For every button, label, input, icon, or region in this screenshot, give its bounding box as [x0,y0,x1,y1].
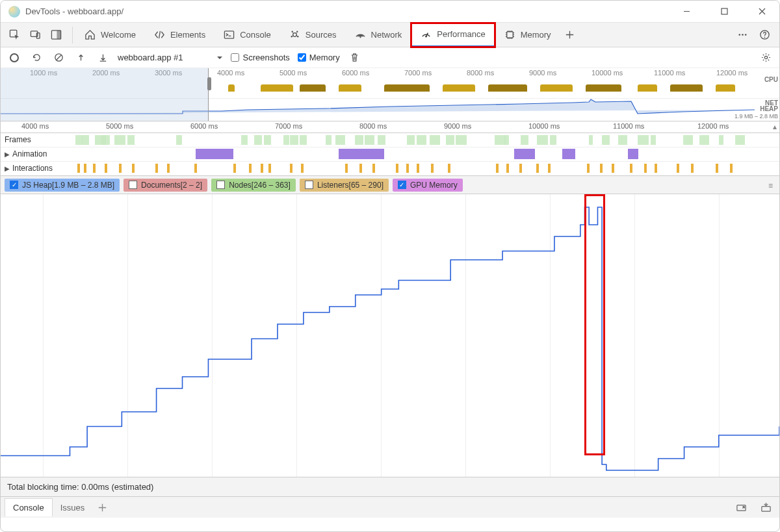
overview-unselected-left[interactable] [1,68,209,121]
ruler-collapse-icon[interactable]: ▴ [773,122,777,131]
tab-welcome-label: Welcome [101,30,136,40]
interactions-track-label: Interactions [12,164,53,173]
profile-selector-label: webboard.app #1 [118,53,183,62]
overview-tick: 8000 ms [467,69,494,77]
window-close-button[interactable] [752,2,772,21]
drawer-tab-console[interactable]: Console [5,498,53,516]
overview-tick: 4000 ms [217,69,244,77]
profile-selector[interactable]: webboard.app #1 [118,53,223,62]
add-tab-button[interactable] [560,25,580,45]
tab-elements-label: Elements [170,30,205,40]
overview-heap-range: 1.9 MB – 2.8 MB [734,113,778,120]
capture-settings-icon[interactable] [759,51,773,65]
window-minimize-button[interactable] [677,2,696,21]
svg-point-13 [426,36,427,37]
legend-js-heap-label: JS Heap[1.9 MB – 2.8 MB] [22,181,114,190]
animation-track[interactable]: ▶Animation [1,147,779,162]
upload-profile-button[interactable] [73,51,88,65]
svg-point-10 [291,36,292,37]
legend-gpu-memory[interactable]: GPU Memory [393,179,463,192]
svg-rect-6 [225,31,234,38]
tab-performance[interactable]: Performance [411,23,495,47]
svg-point-15 [738,34,740,36]
legend-documents-label: Documents[2 – 2] [141,181,202,190]
summary-bar: Total blocking time: 0.00ms (estimated) [1,477,779,497]
overview-tick: 5000 ms [280,69,307,77]
chevron-down-icon [216,56,223,60]
tab-sources[interactable]: Sources [280,23,346,47]
download-profile-button[interactable] [96,51,110,65]
animation-track-label: Animation [12,149,47,158]
drawer-tab-console-label: Console [13,503,44,513]
svg-point-12 [359,36,361,38]
legend-listeners-label: Listeners[65 – 290] [317,181,384,190]
frames-track[interactable]: Frames document.write([115,125,145,155,1… [1,133,779,147]
overview-tick: 11000 ms [654,69,685,77]
ruler-tick: 8000 ms [359,122,387,130]
delete-profile-button[interactable] [348,51,362,65]
tab-console-label: Console [240,30,271,40]
more-options-icon[interactable] [733,25,752,45]
svg-rect-14 [506,32,512,38]
svg-point-19 [764,36,765,38]
drawer-tab-issues[interactable]: Issues [53,499,93,516]
overview-tick: 10000 ms [592,69,623,77]
legend-nodes[interactable]: Nodes[246 – 363] [211,179,296,192]
memory-chart[interactable]: document.write([65,195,325,455,585,715,8… [1,194,779,477]
tab-memory[interactable]: Memory [495,23,560,47]
tab-performance-label: Performance [437,29,485,39]
dock-side-icon[interactable] [46,25,66,45]
legend-gpu-memory-label: GPU Memory [410,181,458,190]
reload-record-button[interactable] [29,51,44,65]
window-title: DevTools - webboard.app/ [25,6,124,16]
memory-checkbox[interactable]: Memory [298,53,340,62]
screenshots-checkbox[interactable]: Screenshots [231,53,289,62]
title-bar: DevTools - webboard.app/ [1,1,779,23]
overview-tick: 7000 ms [404,69,432,77]
svg-point-8 [291,31,292,32]
flamechart-ruler[interactable]: 4000 ms5000 ms6000 ms7000 ms8000 ms9000 … [1,121,779,133]
clear-button[interactable] [51,51,66,65]
tab-sources-label: Sources [306,30,337,40]
overview-heap-label: HEAP [760,105,778,112]
overview-tick: 12000 ms [716,69,748,77]
tab-network[interactable]: Network [346,23,411,47]
ruler-tick: 5000 ms [106,122,133,130]
overview-cpu-label: CPU [764,76,778,83]
drawer-close-icon[interactable] [756,497,775,518]
frames-trackигрaph-label: Frames [5,135,31,144]
ruler-tick: 6000 ms [190,122,218,130]
memory-checkbox-label: Memory [309,53,340,62]
tab-welcome[interactable]: Welcome [75,23,145,47]
ruler-tick: 9000 ms [444,122,471,130]
legend-documents[interactable]: Documents[2 – 2] [124,179,207,192]
overview-handle-left[interactable] [207,77,211,90]
inspect-element-icon[interactable] [5,25,24,45]
timeline-overview[interactable]: 1000 ms2000 ms3000 ms4000 ms5000 ms6000 … [1,68,779,121]
device-toolbar-icon[interactable] [25,25,45,45]
svg-rect-5 [57,31,60,39]
window-maximize-button[interactable] [714,2,734,21]
total-blocking-time-label: Total blocking time: 0.00ms (estimated) [7,482,153,492]
legend-listeners[interactable]: Listeners[65 – 290] [300,179,389,192]
drawer-expand-icon[interactable] [731,497,751,518]
svg-rect-23 [761,506,770,511]
svg-point-16 [742,34,744,36]
memory-counter-legend: JS Heap[1.9 MB – 2.8 MB] Documents[2 – 2… [1,176,779,194]
interactions-track[interactable]: ▶Interactions document.write([118,128,14… [1,162,779,176]
drawer-add-tab-button[interactable] [92,497,112,518]
ruler-tick: 7000 ms [275,122,302,130]
help-icon[interactable] [755,25,774,45]
ruler-tick: 10000 ms [528,122,560,130]
legend-js-heap[interactable]: JS Heap[1.9 MB – 2.8 MB] [5,179,120,192]
tab-network-label: Network [371,30,402,40]
record-button[interactable] [7,51,21,65]
tab-console[interactable]: Console [214,23,280,47]
ruler-tick: 12000 ms [697,122,729,130]
svg-point-9 [296,31,298,32]
legend-menu-icon[interactable]: ≡ [768,181,773,190]
tab-memory-label: Memory [521,30,551,40]
tab-elements[interactable]: Elements [145,23,214,47]
main-tab-bar: Welcome Elements Console Sources Network… [1,23,779,47]
overview-tick: 6000 ms [342,69,369,77]
